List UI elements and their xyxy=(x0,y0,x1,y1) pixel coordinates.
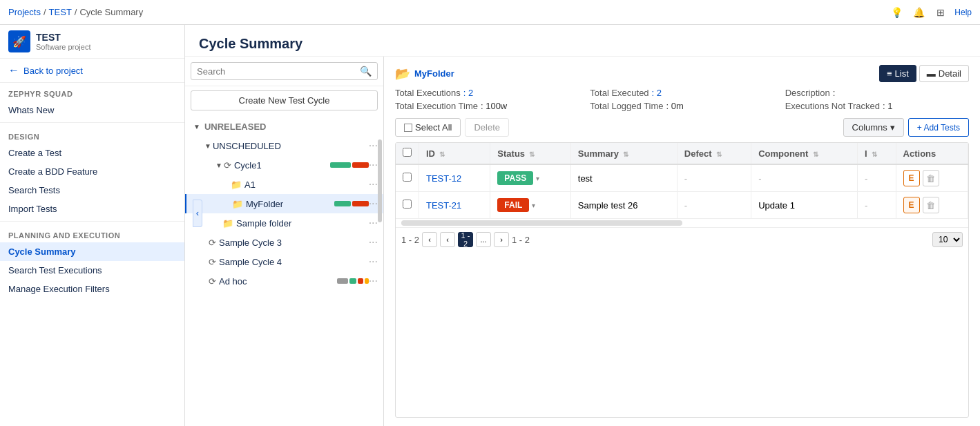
sidebar-item-search-executions[interactable]: Search Test Executions xyxy=(0,261,184,280)
back-to-project[interactable]: ← Back to project xyxy=(0,59,184,83)
th-summary[interactable]: Summary ⇅ xyxy=(570,143,677,164)
sidebar-item-cycle-summary[interactable]: Cycle Summary xyxy=(0,242,184,261)
myfolder-label: MyFolder xyxy=(246,199,332,209)
columns-button[interactable]: Columns ▾ xyxy=(843,118,904,137)
th-status-sort-icon: ⇅ xyxy=(529,151,535,158)
myfolder-more-icon[interactable]: ··· xyxy=(369,197,378,210)
meta-total-executed: Total Executed : 2 xyxy=(590,88,774,98)
sidebar-item-manage-filters[interactable]: Manage Execution Filters xyxy=(0,280,184,298)
row2-checkbox[interactable] xyxy=(403,200,412,209)
sc3-label: Sample Cycle 3 xyxy=(219,238,369,248)
breadcrumb-projects[interactable]: Projects xyxy=(8,7,41,17)
th-id[interactable]: ID ⇅ xyxy=(419,143,490,164)
list-icon: ≡ xyxy=(887,68,892,79)
unscheduled-more-icon[interactable]: ··· xyxy=(369,139,378,152)
row2-status-cell: FAIL ▾ xyxy=(490,192,570,219)
sc3-more-icon[interactable]: ··· xyxy=(369,236,378,249)
th-i-label: I xyxy=(865,148,867,159)
list-view-button[interactable]: ≡ List xyxy=(879,65,916,82)
select-all-button[interactable]: Select All xyxy=(395,118,461,137)
list-label: List xyxy=(895,68,909,79)
sidebar-item-whats-new[interactable]: Whats New xyxy=(0,101,184,119)
adhoc-more-icon[interactable]: ··· xyxy=(369,275,378,287)
cycle1-prog-red xyxy=(352,162,369,168)
th-i[interactable]: I ⇅ xyxy=(857,143,896,164)
sample-folder-more-icon[interactable]: ··· xyxy=(369,217,378,229)
th-id-label: ID xyxy=(426,148,435,159)
exec-time-value: : 100w xyxy=(481,101,507,111)
sidebar-divider-1 xyxy=(0,122,184,123)
breadcrumb-sep2: / xyxy=(75,7,77,17)
topbar-icons: 💡 🔔 ⊞ Help xyxy=(888,4,972,21)
myfolder-progress xyxy=(334,201,369,206)
sidebar-item-create-test[interactable]: Create a Test xyxy=(0,144,184,162)
sidebar-item-import-tests[interactable]: Import Tests xyxy=(0,200,184,218)
add-tests-button[interactable]: + Add Tests xyxy=(908,118,969,137)
th-status[interactable]: Status ⇅ xyxy=(490,143,570,164)
row1-delete-button[interactable]: 🗑 xyxy=(923,170,939,186)
row2-actions-cell: E 🗑 xyxy=(896,192,968,219)
meta-description: Description : xyxy=(785,88,969,98)
row1-actions: E 🗑 xyxy=(903,170,961,186)
th-defect[interactable]: Defect ⇅ xyxy=(677,143,751,164)
row2-checkbox-cell xyxy=(396,192,419,219)
create-test-cycle-button[interactable]: Create New Test Cycle xyxy=(191,90,378,110)
adhoc-item[interactable]: ⟳ Ad hoc ··· xyxy=(185,271,383,291)
row1-checkbox[interactable] xyxy=(403,173,412,182)
unreleased-chevron[interactable]: ▼ xyxy=(193,123,200,130)
collapse-panel-button[interactable]: ‹ xyxy=(193,200,202,227)
sample-cycle-3-item[interactable]: ⟳ Sample Cycle 3 ··· xyxy=(185,233,383,252)
adhoc-label: Ad hoc xyxy=(219,276,334,287)
sc4-label: Sample Cycle 4 xyxy=(219,257,369,267)
a1-folder-icon: 📁 xyxy=(231,180,242,190)
section-planning-label: PLANNING AND EXECUTION xyxy=(0,224,184,242)
delete-button[interactable]: Delete xyxy=(465,118,509,137)
sidebar-item-search-tests[interactable]: Search Tests xyxy=(0,181,184,200)
row2-status-dropdown-icon[interactable]: ▾ xyxy=(532,202,535,209)
unreleased-text: UNRELEASED xyxy=(204,122,267,132)
pagination-current-page[interactable]: 1 - 2 xyxy=(458,232,473,247)
row2-edit-button[interactable]: E xyxy=(903,197,920,213)
pagination-prev2-button[interactable]: ‹ xyxy=(440,232,455,247)
page-size-select[interactable]: 10 25 50 xyxy=(932,232,963,247)
search-input-wrap[interactable]: 🔍 xyxy=(191,62,378,80)
bell-icon[interactable]: 🔔 xyxy=(910,4,927,21)
cycle1-more-icon[interactable]: ··· xyxy=(369,159,378,171)
pagination-total: 1 - 2 xyxy=(512,235,530,245)
description-label: Description xyxy=(785,88,830,98)
sidebar-item-create-bdd[interactable]: Create a BDD Feature xyxy=(0,162,184,181)
sc4-more-icon[interactable]: ··· xyxy=(369,255,378,268)
total-exec-value: : 2 xyxy=(463,88,473,98)
table-scrollbar[interactable] xyxy=(401,220,682,226)
th-id-sort-icon: ⇅ xyxy=(439,151,445,158)
sidebar-divider-2 xyxy=(0,221,184,222)
unscheduled-group[interactable]: ▼ UNSCHEDULED ··· xyxy=(185,136,383,155)
myfolder-item[interactable]: 📁 MyFolder ··· xyxy=(185,194,383,213)
sample-cycle-4-item[interactable]: ⟳ Sample Cycle 4 ··· xyxy=(185,252,383,271)
row1-status-dropdown-icon[interactable]: ▾ xyxy=(536,175,539,182)
row1-id-cell[interactable]: TEST-12 xyxy=(419,164,490,192)
pagination-summary: 1 - 2 xyxy=(401,235,419,245)
row1-edit-button[interactable]: E xyxy=(903,170,920,186)
a1-more-icon[interactable]: ··· xyxy=(369,178,378,191)
search-input[interactable] xyxy=(197,66,360,77)
adhoc-progress xyxy=(337,278,369,284)
back-label: Back to project xyxy=(23,66,83,76)
row2-delete-button[interactable]: 🗑 xyxy=(923,197,939,213)
select-all-checkbox[interactable] xyxy=(403,148,412,157)
row2-id-cell[interactable]: TEST-21 xyxy=(419,192,490,219)
help-label[interactable]: Help xyxy=(954,8,972,17)
th-defect-sort-icon: ⇅ xyxy=(716,151,722,158)
folder-title: 📂 MyFolder xyxy=(395,66,454,81)
th-component[interactable]: Component ⇅ xyxy=(751,143,858,164)
detail-view-button[interactable]: ▬ Detail xyxy=(919,65,969,82)
lightbulb-icon[interactable]: 💡 xyxy=(888,4,905,21)
cycle1-item[interactable]: ▼ ⟳ Cycle1 ··· xyxy=(185,155,383,175)
pagination-prev-button[interactable]: ‹ xyxy=(422,232,437,247)
th-defect-label: Defect xyxy=(684,148,712,159)
grid-icon[interactable]: ⊞ xyxy=(932,4,949,21)
a1-item[interactable]: 📁 A1 ··· xyxy=(185,175,383,194)
sample-folder-item[interactable]: 📁 Sample folder ··· xyxy=(185,213,383,233)
breadcrumb-test[interactable]: TEST xyxy=(49,7,72,17)
pagination-next-button[interactable]: › xyxy=(494,232,509,247)
